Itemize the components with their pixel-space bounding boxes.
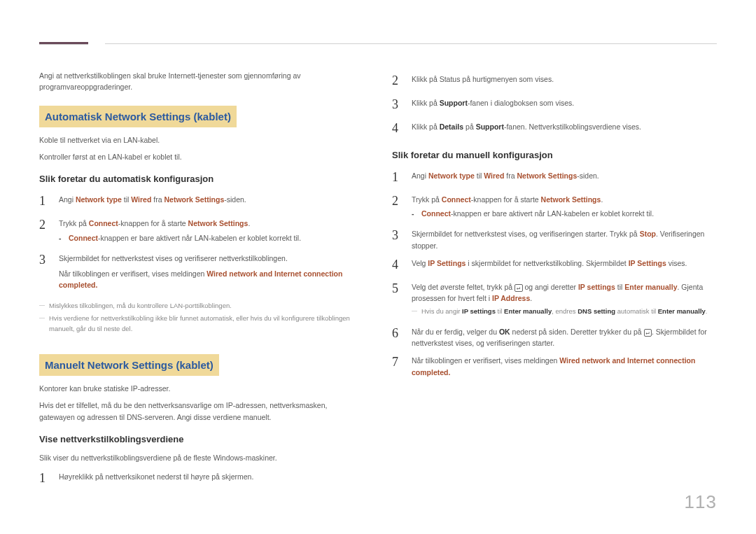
step-number: 3 [392, 226, 412, 251]
step-body: Velg IP Settings i skjermbildet for nett… [412, 255, 717, 275]
step-continuation: Når tilkoblingen er verifisert, vises me… [59, 268, 364, 291]
footnote: Hvis du angir IP settings til Enter manu… [412, 307, 717, 317]
step-body: Når tilkoblingen er verifisert, vises me… [412, 353, 717, 378]
step-number: 1 [39, 469, 59, 489]
step-body: Angi Network type til Wired fra Network … [412, 168, 717, 188]
step-item: 1 Angi Network type til Wired fra Networ… [392, 168, 717, 188]
step-number: 7 [392, 353, 412, 378]
enter-key-icon: ↵ [644, 329, 652, 337]
step-item: 4 Velg IP Settings i skjermbildet for ne… [392, 255, 717, 275]
step-number: 4 [392, 255, 412, 275]
right-column: 2 Klikk på Status på hurtigmenyen som vi… [392, 67, 717, 493]
step-number: 3 [39, 251, 59, 297]
step-body: Klikk på Support-fanen i dialogboksen so… [412, 95, 717, 115]
step-item: 4 Klikk på Details på Support-fanen. Net… [392, 119, 717, 139]
step-item: 3 Skjermbildet for nettverkstest vises o… [39, 251, 364, 297]
step-item: 2 Klikk på Status på hurtigmenyen som vi… [392, 71, 717, 91]
enter-key-icon: ↵ [514, 284, 522, 292]
two-column-layout: Angi at nettverkstilkoblingen skal bruke… [39, 67, 717, 493]
section-heading-manual: Manuelt Network Settings (kablet) [39, 354, 219, 376]
document-page: Angi at nettverkstilkoblingen skal bruke… [0, 0, 756, 534]
footnote: Mislykkes tilkoblingen, må du kontroller… [39, 301, 364, 311]
step-number: 1 [392, 168, 412, 188]
step-item: 3 Skjermbildet for nettverkstest vises, … [392, 226, 717, 251]
left-column: Angi at nettverkstilkoblingen skal bruke… [39, 67, 364, 493]
page-number: 113 [685, 491, 717, 513]
step-number: 2 [392, 192, 412, 223]
step-item: 3 Klikk på Support-fanen i dialogboksen … [392, 95, 717, 115]
subheading-auto-config: Slik foretar du automatisk konfigurasjon [39, 172, 364, 186]
step-body: Trykk på Connect-knappen for å starte Ne… [59, 216, 364, 246]
step-item: 7 Når tilkoblingen er verifisert, vises … [392, 353, 717, 378]
step-number: 2 [39, 216, 59, 246]
section-heading-automatic: Automatisk Network Settings (kablet) [39, 106, 237, 127]
step-body: Høyreklikk på nettverksikonet nederst ti… [59, 469, 364, 489]
step-number: 1 [39, 192, 59, 211]
step-number: 2 [392, 71, 412, 91]
step-body: Skjermbildet for nettverkstest vises, og… [412, 226, 717, 251]
step-body: Klikk på Details på Support-fanen. Nettv… [412, 119, 717, 139]
header-divider [105, 43, 717, 44]
intro-paragraph: Angi at nettverkstilkoblingen skal bruke… [39, 70, 364, 93]
subheading-view-values: Vise nettverkstilkoblingsverdiene [39, 433, 364, 447]
subheading-manual-config: Slik foretar du manuell konfigurasjon [392, 148, 717, 162]
footnote: Hvis verdiene for nettverkstilkobling ik… [39, 314, 364, 334]
body-text: Slik viser du nettverkstilkoblingsverdie… [39, 452, 364, 463]
step-number: 6 [392, 324, 412, 349]
step-item: 1 Angi Network type til Wired fra Networ… [39, 192, 364, 211]
step-body: Trykk på Connect-knappen for å starte Ne… [412, 192, 717, 223]
header-accent [39, 42, 88, 45]
step-body: Klikk på Status på hurtigmenyen som vise… [412, 71, 717, 91]
step-body: Skjermbildet for nettverkstest vises og … [59, 251, 364, 297]
body-text: Koble til nettverket via en LAN-kabel. [39, 134, 364, 146]
step-body: Når du er ferdig, velger du OK nederst p… [412, 324, 717, 349]
step-item: 1 Høyreklikk på nettverksikonet nederst … [39, 469, 364, 489]
step-number: 3 [392, 95, 412, 115]
nested-note: Connect-knappen er bare aktivert når LAN… [59, 232, 364, 244]
step-item: 2 Trykk på Connect-knappen for å starte … [39, 216, 364, 246]
step-item: 2 Trykk på Connect-knappen for å starte … [392, 192, 717, 223]
nested-note: Connect-knappen er bare aktivert når LAN… [412, 208, 717, 219]
step-body: Velg det øverste feltet, trykk på ↵ og a… [412, 279, 717, 320]
step-item: 6 Når du er ferdig, velger du OK nederst… [392, 324, 717, 349]
step-body: Angi Network type til Wired fra Network … [59, 192, 364, 211]
step-item: 5 Velg det øverste feltet, trykk på ↵ og… [392, 279, 717, 320]
body-text: Kontroller først at en LAN-kabel er kobl… [39, 151, 364, 162]
body-text: Kontorer kan bruke statiske IP-adresser. [39, 383, 364, 394]
step-number: 4 [392, 119, 412, 139]
body-text: Hvis det er tilfellet, må du be den nett… [39, 400, 364, 423]
step-number: 5 [392, 279, 412, 320]
